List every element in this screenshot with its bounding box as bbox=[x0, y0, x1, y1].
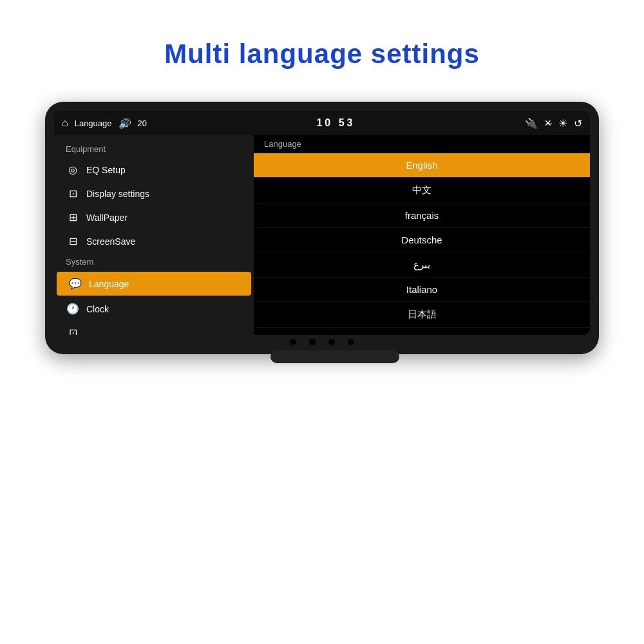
stand-holes bbox=[270, 335, 374, 349]
stand-hole-2 bbox=[309, 339, 316, 345]
time-display: 10 53 bbox=[316, 117, 355, 129]
back-icon[interactable]: ↺ bbox=[574, 117, 582, 129]
display-settings-icon: ⊡ bbox=[66, 187, 80, 200]
status-left: ⌂ Language 🔊 20 bbox=[62, 117, 147, 129]
wifi-off-icon[interactable]: ✕̶ bbox=[544, 118, 552, 128]
wallpaper-label: WallPaper bbox=[86, 213, 128, 223]
clock-label: Clock bbox=[86, 304, 109, 314]
lang-item-portuguese[interactable]: Portugal bbox=[254, 328, 590, 335]
volume-icon[interactable]: 🔊 bbox=[118, 117, 131, 129]
lang-item-italian[interactable]: Italiano bbox=[254, 278, 590, 302]
page-title: Multi language settings bbox=[164, 39, 480, 70]
status-center: 10 53 bbox=[316, 117, 355, 129]
language-panel-header: Language bbox=[254, 135, 590, 153]
volume-level: 20 bbox=[138, 118, 147, 128]
status-right: 🔌 ✕̶ ☀ ↺ bbox=[525, 117, 582, 129]
stand-hole-3 bbox=[328, 339, 335, 345]
usb-icon: 🔌 bbox=[525, 117, 538, 129]
equipment-section-label: Equipment bbox=[54, 140, 254, 158]
sidebar-item-clock[interactable]: 🕐 Clock bbox=[54, 297, 254, 321]
lang-item-japanese[interactable]: 日本語 bbox=[254, 302, 590, 328]
lang-item-english[interactable]: English bbox=[254, 153, 590, 178]
system-section-label: System bbox=[54, 253, 254, 270]
sidebar-item-more[interactable]: ⊡ bbox=[54, 321, 254, 335]
clock-icon: 🕐 bbox=[66, 303, 80, 315]
stand-container bbox=[54, 335, 590, 354]
sidebar-item-wallpaper[interactable]: ⊞ WallPaper bbox=[54, 205, 254, 229]
display-settings-label: Display settings bbox=[86, 189, 149, 199]
screensave-label: ScreenSave bbox=[86, 236, 135, 247]
home-icon[interactable]: ⌂ bbox=[62, 117, 68, 129]
main-content: Equipment ◎ EQ Setup ⊡ Display settings … bbox=[54, 135, 590, 335]
lang-item-french[interactable]: français bbox=[254, 204, 590, 228]
sidebar: Equipment ◎ EQ Setup ⊡ Display settings … bbox=[54, 135, 254, 335]
sidebar-item-screensave[interactable]: ⊟ ScreenSave bbox=[54, 229, 254, 253]
nav-label: Language bbox=[75, 118, 112, 128]
brightness-icon[interactable]: ☀ bbox=[558, 117, 567, 129]
stand-hole-1 bbox=[290, 339, 296, 345]
sidebar-item-language[interactable]: 💬 Language bbox=[57, 272, 251, 296]
eq-setup-label: EQ Setup bbox=[86, 165, 126, 175]
lang-item-german[interactable]: Deutsche bbox=[254, 228, 590, 252]
lang-item-arabic[interactable]: يبرع bbox=[254, 252, 590, 278]
device-stand bbox=[270, 335, 374, 354]
stand-base bbox=[270, 350, 399, 363]
lang-item-chinese[interactable]: 中文 bbox=[254, 178, 590, 204]
language-label: Language bbox=[89, 279, 129, 289]
eq-setup-icon: ◎ bbox=[66, 164, 80, 176]
sidebar-item-display-settings[interactable]: ⊡ Display settings bbox=[54, 182, 254, 205]
language-icon: 💬 bbox=[68, 278, 82, 290]
stand-hole-4 bbox=[348, 339, 354, 345]
screensave-icon: ⊟ bbox=[66, 235, 80, 247]
device-shell: ⌂ Language 🔊 20 10 53 🔌 ✕̶ ☀ ↺ Equipment bbox=[45, 102, 599, 354]
screen: ⌂ Language 🔊 20 10 53 🔌 ✕̶ ☀ ↺ Equipment bbox=[54, 111, 590, 335]
status-bar: ⌂ Language 🔊 20 10 53 🔌 ✕̶ ☀ ↺ bbox=[54, 111, 590, 135]
more-icon: ⊡ bbox=[66, 327, 80, 335]
language-list: English 中文 français Deutsche يبرع Italia… bbox=[254, 153, 590, 335]
sidebar-item-eq-setup[interactable]: ◎ EQ Setup bbox=[54, 158, 254, 182]
language-panel: Language English 中文 français Deutsche يب… bbox=[254, 135, 590, 335]
wallpaper-icon: ⊞ bbox=[66, 211, 80, 223]
